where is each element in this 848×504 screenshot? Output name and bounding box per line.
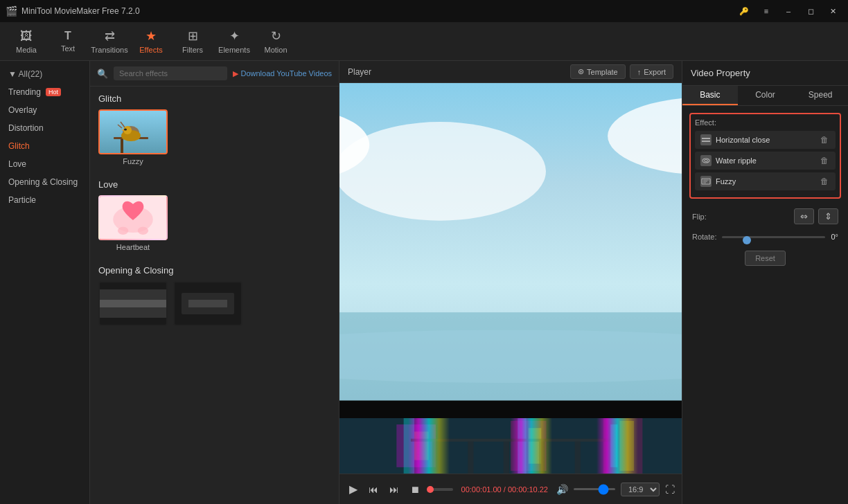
export-button[interactable]: ↑ Export — [630, 64, 673, 79]
video-preview — [339, 83, 682, 474]
flip-buttons: ⇔ ⇕ — [794, 208, 838, 224]
progress-bar[interactable] — [428, 488, 453, 491]
top-nav: 🖼 Media T Text ⇄ Transitions ★ Effects ⊞… — [0, 22, 848, 61]
svg-point-48 — [703, 159, 709, 163]
nav-media[interactable]: 🖼 Media — [6, 24, 47, 60]
heartbeat-label: Heartbeat — [98, 243, 168, 251]
effects-section-glitch: Glitch — [90, 87, 339, 172]
rotate-dot — [743, 236, 751, 244]
nav-effects[interactable]: ★ Effects — [130, 24, 172, 60]
wripple-name: Water ripple — [716, 156, 757, 165]
prev-frame-button[interactable]: ⏮ — [366, 483, 381, 496]
flip-vertical-btn[interactable]: ⇕ — [818, 208, 838, 224]
effect-opening-1[interactable] — [98, 281, 168, 326]
effect-fuzzy[interactable]: Fuzzy — [98, 109, 168, 165]
win-controls: 🔑 ≡ – ◻ ✕ — [734, 4, 842, 18]
effect-opening-2[interactable] — [173, 281, 242, 326]
win-minimize-btn[interactable]: – — [779, 4, 798, 18]
opening-1-svg — [100, 282, 166, 325]
effect-label: Effect: — [695, 118, 726, 127]
svg-point-26 — [339, 330, 682, 383]
flip-horizontal-btn[interactable]: ⇔ — [794, 208, 814, 224]
opening-2-thumbnail — [173, 281, 242, 326]
transitions-icon: ⇄ — [105, 28, 115, 44]
reset-button[interactable]: Reset — [745, 251, 786, 266]
svg-rect-43 — [504, 442, 509, 474]
win-close-btn[interactable]: ✕ — [823, 4, 842, 18]
download-youtube-link[interactable]: ▶ Download YouTube Videos — [233, 69, 333, 78]
rotate-label: Rotate: — [692, 233, 716, 241]
nav-filters[interactable]: ⊞ Filters — [172, 24, 213, 60]
stop-button[interactable]: ⏹ — [407, 483, 423, 496]
left-nav-all[interactable]: ▼ All(22) — [0, 65, 89, 83]
left-nav-opening[interactable]: Opening & Closing — [0, 173, 89, 191]
time-display: 00:00:01.00 / 00:00:10.22 — [461, 485, 548, 494]
volume-button[interactable]: 🔊 — [554, 483, 571, 496]
hclose-delete-btn[interactable]: 🗑 — [819, 135, 830, 145]
fuzzy-delete-btn[interactable]: 🗑 — [819, 177, 830, 186]
wripple-icon — [700, 155, 712, 166]
volume-control: 🔊 — [554, 483, 615, 496]
glitch-effects-grid: Fuzzy — [98, 109, 330, 165]
win-menu-btn[interactable]: ≡ — [757, 4, 776, 18]
left-nav-distortion[interactable]: Distortion — [0, 119, 89, 137]
aspect-ratio-select[interactable]: 16:9 4:3 1:1 9:16 — [621, 483, 660, 496]
glitch-bar-3 — [597, 418, 638, 474]
win-restore-btn[interactable]: ◻ — [801, 4, 820, 18]
heartbeat-svg — [100, 195, 166, 240]
filters-icon: ⊞ — [188, 28, 198, 44]
effects-section-opening: Opening & Closing — [90, 258, 339, 333]
left-nav-trending[interactable]: Trending Hot — [0, 83, 89, 101]
left-nav-glitch[interactable]: Glitch — [0, 137, 89, 155]
nav-text[interactable]: T Text — [47, 24, 89, 60]
next-frame-button[interactable]: ⏭ — [387, 483, 402, 496]
nav-motion[interactable]: ↻ Motion — [255, 24, 297, 60]
left-nav-love[interactable]: Love — [0, 155, 89, 173]
wripple-delete-btn[interactable]: 🗑 — [819, 156, 830, 165]
love-effects-grid: Heartbeat — [98, 195, 330, 251]
left-nav-overlay[interactable]: Overlay — [0, 101, 89, 119]
svg-point-22 — [339, 122, 546, 221]
main-area: ▼ All(22) Trending Hot Overlay Distortio… — [0, 61, 848, 504]
win-key-btn[interactable]: 🔑 — [734, 4, 754, 18]
effect-item-wripple: Water ripple 🗑 — [695, 152, 836, 170]
youtube-icon: ▶ — [233, 69, 238, 78]
text-icon: T — [64, 30, 71, 42]
right-panel: Video Property Basic Color Speed Effect: — [682, 61, 848, 504]
export-icon: ↑ — [637, 68, 642, 76]
glitch-bar-2 — [511, 418, 552, 474]
video-main-scene — [339, 83, 682, 418]
video-top-frame — [339, 83, 682, 418]
opening-2-svg — [175, 282, 241, 325]
tab-basic[interactable]: Basic — [682, 86, 738, 105]
svg-rect-18 — [188, 300, 227, 307]
effects-box: Effect: Horizontal close 🗑 — [689, 113, 841, 199]
rotate-control: 0° — [722, 233, 838, 241]
svg-rect-1 — [121, 138, 123, 154]
effects-section-love: Love Heartbeat — [90, 172, 339, 258]
left-nav-particle[interactable]: Particle — [0, 191, 89, 209]
tab-speed[interactable]: Speed — [793, 86, 848, 105]
svg-rect-42 — [468, 442, 473, 474]
tab-color[interactable]: Color — [738, 86, 793, 105]
rotate-value: 0° — [831, 233, 838, 241]
template-button[interactable]: ⊛ Template — [570, 64, 626, 79]
volume-slider[interactable] — [574, 488, 615, 490]
play-button[interactable]: ▶ Play (Space) — [346, 481, 360, 497]
effect-heartbeat[interactable]: Heartbeat — [98, 195, 168, 251]
left-panel: ▼ All(22) Trending Hot Overlay Distortio… — [0, 61, 90, 504]
nav-transitions[interactable]: ⇄ Transitions — [89, 24, 130, 60]
template-icon: ⊛ — [578, 67, 584, 76]
nav-elements[interactable]: ✦ Elements — [213, 24, 255, 60]
glitch-bar-1 — [408, 418, 450, 474]
svg-point-11 — [118, 226, 128, 235]
svg-rect-15 — [100, 300, 166, 307]
opening-effects-grid — [98, 281, 330, 326]
effect-item-hclose: Horizontal close 🗑 — [695, 131, 836, 149]
fuzzy-effect-name: Fuzzy — [716, 177, 736, 186]
search-effects-input[interactable] — [114, 66, 227, 80]
svg-point-6 — [124, 129, 127, 131]
svg-rect-27 — [339, 401, 682, 418]
rotate-row: Rotate: 0° — [689, 228, 841, 245]
fullscreen-button[interactable]: ⛶ — [665, 484, 675, 495]
